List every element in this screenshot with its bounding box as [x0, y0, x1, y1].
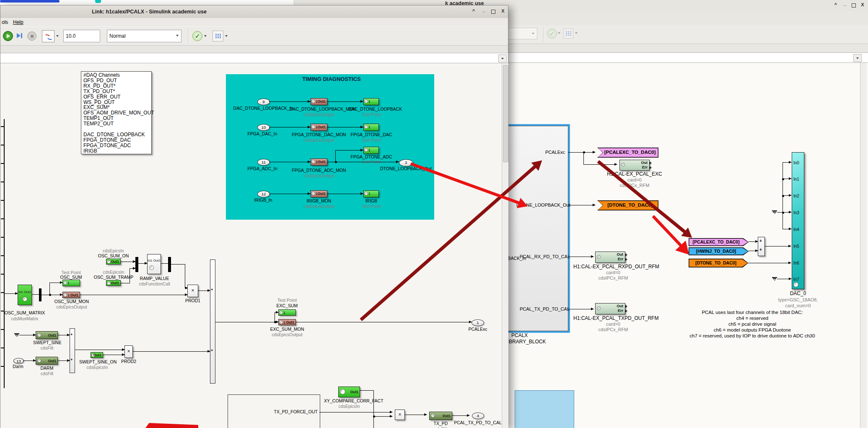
daq-line: #DAQ Channels: [83, 73, 149, 78]
bg-update-check-icon[interactable]: ✓: [547, 29, 557, 39]
testpoint-block-1[interactable]: 1: [363, 98, 379, 105]
update-check-icon[interactable]: ✓: [192, 31, 202, 41]
small-sum-plus-1: +: [70, 332, 73, 337]
left-port-stubs: [1, 126, 4, 384]
osc-sum-tramp-label: OSC_SUM_TRAMP: [88, 275, 139, 280]
bg-close-button[interactable]: X: [859, 2, 866, 8]
inport-13[interactable]: 13: [13, 358, 24, 364]
library-dropdown-caret[interactable]: [225, 35, 228, 37]
xy-compare-block[interactable]: Out1: [338, 386, 360, 397]
osc-sum-testpoint-block[interactable]: 1: [62, 280, 80, 286]
front-address-strip[interactable]: [0, 53, 508, 63]
main-sum-plus-2: +: [211, 348, 213, 353]
ipc-exc-sub: cdsIPCx_RFM: [603, 183, 666, 188]
inport-9[interactable]: 9: [257, 99, 270, 105]
menu-help[interactable]: Help: [13, 19, 23, 25]
main-sum-block[interactable]: [210, 259, 215, 384]
bg-vertical-scrollbar[interactable]: [860, 63, 867, 428]
front-shade-button[interactable]: ^: [470, 8, 477, 14]
osc-sum-matrix-block[interactable]: In1 Out1: [18, 285, 32, 305]
dac-port-in6: In6: [793, 261, 799, 265]
check-dropdown-caret[interactable]: [204, 35, 207, 37]
testpoint-block-2[interactable]: 1: [363, 124, 379, 131]
front-vertical-scrollbar[interactable]: [502, 63, 508, 428]
bg-minimize-button[interactable]: _: [842, 1, 848, 7]
front-close-button[interactable]: X: [500, 8, 506, 14]
subsystem-port-tx: PCAL_TX_PD_TO_CAL: [520, 306, 565, 311]
scope-icon[interactable]: [42, 30, 54, 42]
inport-12-label: IRIGB_In: [236, 198, 290, 203]
front-titlebar[interactable]: Link: h1calex/PCALX - Simulink academic …: [0, 5, 508, 18]
left-subsystem-border: [4, 119, 5, 388]
subsystem-port-pcalexc: PCALExc: [520, 150, 565, 155]
osc-sum-on-sub: cdsEpicsIn: [91, 249, 135, 254]
front-strip-dropdown-button[interactable]: [498, 54, 507, 62]
mon-block-3[interactable]: 1Out1: [311, 158, 327, 166]
outport-1[interactable]: 1: [472, 319, 484, 326]
scope-dropdown-caret[interactable]: [56, 35, 59, 37]
tx-pd-block[interactable]: Out1: [429, 412, 452, 420]
ipc-exc-block[interactable]: OutErr: [619, 160, 650, 171]
bg-strip-dropdown-button[interactable]: [853, 54, 862, 62]
mon-block-2[interactable]: 1Out1: [311, 124, 327, 131]
mux-bar[interactable]: [135, 257, 138, 272]
osc-sum-on-label: OSC_SUM_ON: [91, 254, 135, 259]
ramp-value-block[interactable]: In1 Out1: [147, 254, 161, 274]
front-canvas: #DAQ Channels OFS_PD_OUT RX_PD_OUT* TX_P…: [0, 63, 502, 428]
prod3-block[interactable]: ×: [395, 410, 405, 420]
mon-block-4[interactable]: 1Out1: [311, 190, 327, 197]
dac0-block[interactable]: In0 In1 In2 In3 In4 In5 In6 In7: [792, 152, 804, 289]
sim-mode-select[interactable]: Normal: [107, 30, 181, 42]
dac-port-in7: In7: [793, 277, 799, 282]
step-forward-icon[interactable]: [15, 31, 24, 40]
outport-4[interactable]: 4: [472, 412, 484, 419]
inport-12[interactable]: 12: [257, 191, 270, 197]
prod2-block[interactable]: ×: [124, 345, 133, 358]
bg-library-browser-icon[interactable]: [563, 29, 573, 39]
dac-note-line: ch7 = reserved, used by IOP to drive duo…: [664, 333, 840, 339]
from-tag-pcalexc[interactable]: [PCALEXC_TO_DAC0]: [689, 238, 749, 246]
testpoint-block-4[interactable]: 1: [363, 190, 379, 197]
mon-block-1[interactable]: 1Out1: [311, 98, 327, 105]
inport-9-label: DAC_DTONE_LOOPBACK_In: [230, 106, 297, 111]
goto-tag-pcalexc[interactable]: [PCALEXC_TO_DAC0]: [597, 148, 658, 158]
library-browser-icon[interactable]: [212, 31, 223, 42]
front-minimize-button[interactable]: _: [480, 7, 487, 13]
bg-maximize-button[interactable]: [852, 3, 856, 8]
exc-sum-testpoint-block[interactable]: 1: [278, 309, 296, 316]
mon-4-label: IRIGB_MON: [290, 199, 348, 204]
scrollbar-thumb[interactable]: [503, 65, 508, 162]
menu-tools-partial[interactable]: ols: [2, 19, 8, 25]
osc-sum-mon-block[interactable]: 1Out1: [62, 292, 80, 298]
from-tag-hwinj[interactable]: [HWINJ_TO_DAC0]: [689, 247, 749, 255]
swept-sine-block[interactable]: Out1: [36, 331, 58, 339]
play-icon[interactable]: [3, 31, 13, 41]
ipc-rxpd-block[interactable]: OutErr: [595, 252, 625, 263]
inport-10[interactable]: 10: [257, 124, 270, 131]
dac-note-line: ch5 = pcal drive signal: [664, 322, 840, 327]
sum-plus-1: +: [759, 239, 762, 243]
osc-sum-on-block[interactable]: Out1: [106, 259, 121, 265]
mon-3-sub: cdsEpicsOutput: [290, 174, 348, 179]
demux-bar[interactable]: [168, 257, 171, 272]
ipc-exc-card: card=0: [603, 177, 666, 182]
osc-sum-tramp-block[interactable]: Out1: [106, 280, 121, 286]
from-tag-dtone[interactable]: [DTONE_TO_DAC0]: [689, 259, 748, 267]
daq-line: OFS_ERR_OUT: [83, 94, 149, 100]
inport-13-label: Darm: [8, 364, 28, 369]
inport-11[interactable]: 11: [257, 159, 270, 166]
prod1-block[interactable]: ×: [187, 285, 198, 297]
darm-block[interactable]: Out1: [36, 357, 58, 365]
daq-channels-box[interactable]: #DAQ Channels OFS_PD_OUT RX_PD_OUT* TX_P…: [81, 71, 152, 154]
swept-sine-on-block[interactable]: Out1: [91, 352, 103, 358]
testpoint-block-3[interactable]: 1: [363, 147, 379, 154]
blue-block-partial[interactable]: [515, 390, 574, 428]
bg-shade-button[interactable]: ^: [832, 2, 839, 8]
dac-port-in1: In1: [793, 177, 799, 182]
swept-sine-sub: cdsFilt: [33, 346, 61, 351]
front-maximize-button[interactable]: [491, 10, 495, 14]
stop-icon[interactable]: [27, 31, 36, 41]
ipc-txpd-block[interactable]: OutErr: [595, 303, 625, 314]
exc-sum-mon-block[interactable]: 1Out1: [278, 319, 296, 325]
sim-time-input[interactable]: [63, 30, 100, 42]
